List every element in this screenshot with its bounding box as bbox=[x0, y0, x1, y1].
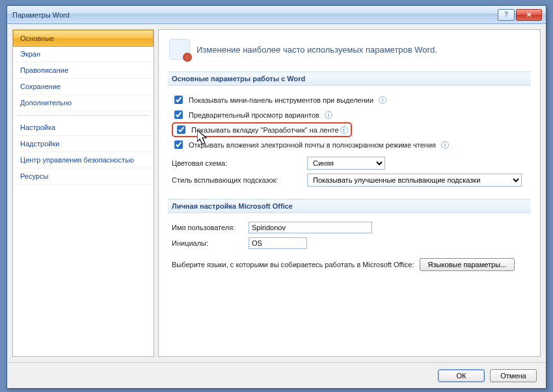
sidebar-item-advanced[interactable]: Дополнительно bbox=[14, 95, 153, 111]
checkbox-live-preview[interactable] bbox=[174, 111, 183, 119]
titlebar[interactable]: Параметры Word ? ✕ bbox=[7, 6, 546, 24]
sidebar-item-addins[interactable]: Надстройки bbox=[14, 136, 153, 152]
sidebar-item-customize[interactable]: Настройка bbox=[14, 120, 153, 136]
sidebar-separator bbox=[18, 115, 149, 116]
section-header-personal: Личная настройка Microsoft Office bbox=[168, 199, 531, 213]
window-title: Параметры Word bbox=[12, 11, 498, 19]
cancel-button[interactable]: Отмена bbox=[490, 369, 537, 382]
checkbox-fullscreen-attachments[interactable] bbox=[174, 140, 183, 149]
info-icon[interactable]: i bbox=[379, 96, 386, 104]
info-icon[interactable]: i bbox=[441, 141, 449, 149]
sidebar-item-resources[interactable]: Ресурсы bbox=[14, 168, 153, 185]
label-developer-tab: Показывать вкладку "Разработчик" на лент… bbox=[191, 126, 339, 134]
label-username: Имя пользователя: bbox=[172, 224, 243, 231]
dialog-footer: ОК Отмена bbox=[7, 362, 546, 388]
checkbox-mini-toolbar[interactable] bbox=[174, 96, 183, 104]
input-initials[interactable] bbox=[249, 237, 307, 249]
options-icon bbox=[169, 39, 190, 60]
sidebar-item-general[interactable]: Основные bbox=[13, 30, 154, 47]
input-username[interactable] bbox=[249, 222, 372, 233]
label-tooltip-style: Стиль всплывающих подсказок: bbox=[172, 176, 302, 184]
sidebar-item-trust-center[interactable]: Центр управления безопасностью bbox=[14, 152, 153, 168]
content-pane: Изменение наиболее часто используемых па… bbox=[158, 29, 541, 357]
info-icon[interactable]: i bbox=[340, 126, 348, 134]
button-language-settings[interactable]: Языковые параметры... bbox=[420, 258, 515, 271]
checkbox-developer-tab[interactable] bbox=[177, 125, 185, 134]
help-button[interactable]: ? bbox=[498, 9, 515, 21]
page-heading: Изменение наиболее часто используемых па… bbox=[196, 45, 437, 55]
sidebar-item-save[interactable]: Сохранение bbox=[14, 79, 153, 95]
section-header-basic: Основные параметры работы с Word bbox=[168, 72, 531, 86]
close-button[interactable]: ✕ bbox=[516, 9, 542, 21]
sidebar: Основные Экран Правописание Сохранение Д… bbox=[12, 29, 154, 357]
label-fullscreen-attachments: Открывать вложения электронной почты в п… bbox=[189, 141, 436, 149]
ok-button[interactable]: ОК bbox=[438, 369, 485, 382]
sidebar-item-proofing[interactable]: Правописание bbox=[14, 62, 153, 79]
label-color-scheme: Цветовая схема: bbox=[172, 159, 302, 167]
label-mini-toolbar: Показывать мини-панель инструментов при … bbox=[189, 96, 373, 104]
label-language-picker: Выберите языки, с которыми вы собираетес… bbox=[172, 261, 414, 268]
sidebar-item-display[interactable]: Экран bbox=[14, 46, 153, 62]
highlight-developer-tab: Показывать вкладку "Разработчик" на лент… bbox=[172, 122, 352, 137]
select-color-scheme[interactable]: Синяя bbox=[307, 157, 385, 170]
select-tooltip-style[interactable]: Показывать улучшенные всплывающие подска… bbox=[307, 174, 522, 187]
label-live-preview: Предварительный просмотр вариантов bbox=[189, 111, 319, 119]
info-icon[interactable]: i bbox=[325, 111, 332, 119]
label-initials: Инициалы: bbox=[172, 239, 243, 247]
word-options-dialog: Параметры Word ? ✕ Основные Экран Правоп… bbox=[7, 5, 546, 389]
